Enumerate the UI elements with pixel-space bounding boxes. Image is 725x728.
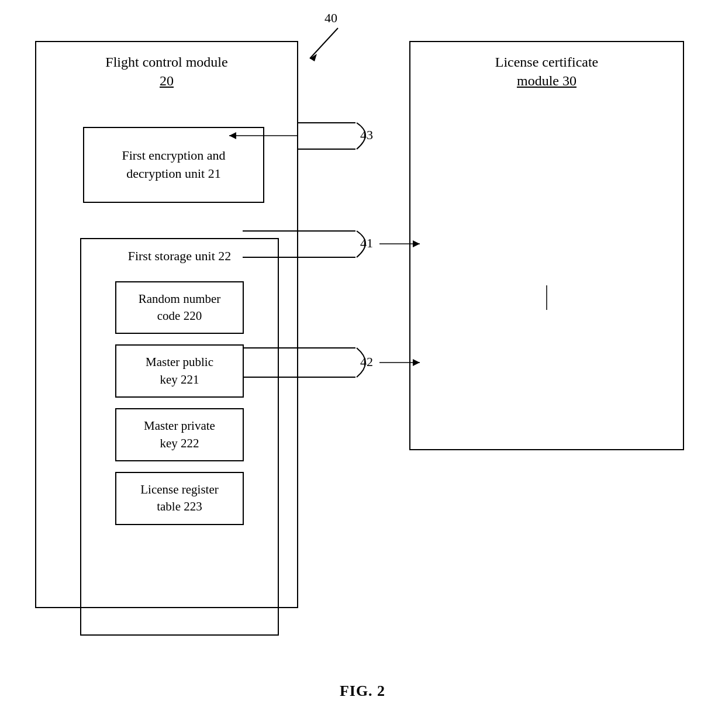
svg-text:42: 42 [360, 354, 373, 369]
first-storage-box: First storage unit 22 Random number code… [80, 238, 279, 636]
fig-label: FIG. 2 [340, 682, 385, 700]
master-public-key-box: Master public key 221 [115, 344, 244, 398]
flight-control-box: Flight control module 20 First encryptio… [35, 41, 298, 608]
license-cert-box: License certificate module 30 Second sto… [409, 41, 684, 450]
diagram-container: 40 43 41 [0, 0, 725, 728]
master-private-key-box: Master private key 222 [115, 408, 244, 461]
svg-marker-1 [310, 54, 317, 61]
first-enc-box: First encryption and decryption unit 21 [83, 127, 264, 203]
license-cert-title: License certificate module 30 [410, 42, 683, 96]
first-storage-title: First storage unit 22 [81, 239, 278, 271]
license-register-table-box: License register table 223 [115, 472, 244, 525]
label-40: 40 [324, 11, 337, 26]
svg-text:43: 43 [360, 127, 373, 142]
flight-control-title: Flight control module 20 [36, 42, 297, 96]
svg-line-0 [310, 28, 338, 58]
random-number-box: Random number code 220 [115, 281, 244, 334]
svg-text:41: 41 [360, 236, 373, 250]
